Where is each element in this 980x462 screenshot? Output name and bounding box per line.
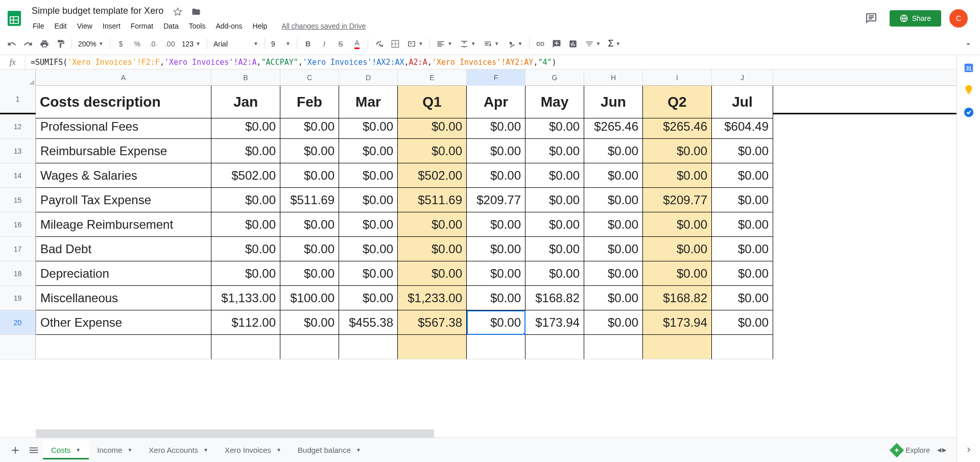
data-cell[interactable]: $0.00 bbox=[643, 212, 712, 237]
merge-button[interactable]: ▼ bbox=[404, 36, 426, 52]
sheet-nav-arrows[interactable]: ◀▶ bbox=[937, 447, 946, 453]
italic-button[interactable]: I bbox=[317, 36, 332, 52]
chart-button[interactable] bbox=[565, 36, 581, 52]
data-cell[interactable]: $0.00 bbox=[467, 163, 525, 188]
select-all-corner[interactable] bbox=[0, 69, 36, 86]
horizontal-scrollbar[interactable] bbox=[36, 429, 434, 437]
account-avatar[interactable]: C bbox=[949, 9, 968, 28]
data-cell[interactable]: $511.69 bbox=[280, 188, 339, 212]
col-header-C[interactable]: C bbox=[280, 69, 339, 86]
insert-comment-button[interactable] bbox=[549, 36, 564, 52]
menu-add-ons[interactable]: Add-ons bbox=[211, 20, 246, 32]
data-cell[interactable]: $0.00 bbox=[584, 261, 643, 286]
comments-button[interactable] bbox=[861, 8, 881, 29]
data-cell[interactable]: $173.94 bbox=[643, 310, 712, 335]
col-header-B[interactable]: B bbox=[211, 69, 280, 86]
row-header-16[interactable]: 16 bbox=[0, 212, 36, 237]
text-color-button[interactable]: A bbox=[349, 36, 365, 52]
data-cell[interactable]: Depreciation bbox=[36, 261, 211, 286]
move-button[interactable] bbox=[189, 5, 203, 19]
data-cell[interactable]: $0.00 bbox=[280, 139, 339, 163]
header-cell[interactable]: Q1 bbox=[398, 86, 467, 118]
data-cell[interactable]: $0.00 bbox=[467, 310, 525, 335]
keep-addon[interactable] bbox=[963, 84, 975, 96]
col-header-H[interactable]: H bbox=[584, 69, 643, 86]
data-cell[interactable]: $0.00 bbox=[339, 212, 398, 237]
menu-data[interactable]: Data bbox=[159, 20, 183, 32]
data-cell[interactable]: $0.00 bbox=[467, 139, 525, 163]
row-header-15[interactable]: 15 bbox=[0, 188, 36, 212]
add-sheet-button[interactable] bbox=[6, 441, 25, 459]
data-cell[interactable]: $0.00 bbox=[584, 212, 643, 237]
data-cell[interactable]: $0.00 bbox=[467, 261, 525, 286]
data-cell[interactable]: $0.00 bbox=[211, 237, 280, 261]
data-cell[interactable]: $0.00 bbox=[339, 286, 398, 310]
data-cell[interactable]: $502.00 bbox=[398, 163, 467, 188]
fill-color-button[interactable] bbox=[371, 36, 387, 52]
header-cell[interactable]: Jun bbox=[584, 86, 643, 118]
data-cell[interactable]: $0.00 bbox=[525, 237, 584, 261]
borders-button[interactable] bbox=[388, 36, 403, 52]
header-cell[interactable]: May bbox=[525, 86, 584, 118]
bold-button[interactable]: B bbox=[300, 36, 316, 52]
data-cell[interactable]: $455.38 bbox=[339, 310, 398, 335]
data-cell[interactable]: $0.00 bbox=[211, 139, 280, 163]
currency-button[interactable]: $ bbox=[113, 36, 129, 52]
data-cell[interactable] bbox=[712, 335, 773, 359]
sheet-tab-xero-accounts[interactable]: Xero Accounts▼ bbox=[140, 441, 217, 459]
row-header-13[interactable]: 13 bbox=[0, 139, 36, 163]
data-cell[interactable]: $0.00 bbox=[712, 188, 773, 212]
row-header-14[interactable]: 14 bbox=[0, 163, 36, 188]
sheet-tab-income[interactable]: Income▼ bbox=[89, 441, 140, 459]
data-cell[interactable]: $0.00 bbox=[584, 163, 643, 188]
data-cell[interactable]: $502.00 bbox=[211, 163, 280, 188]
data-cell[interactable] bbox=[36, 335, 211, 359]
data-cell[interactable]: $168.82 bbox=[525, 286, 584, 310]
col-header-I[interactable]: I bbox=[643, 69, 712, 86]
data-cell[interactable]: $567.38 bbox=[398, 310, 467, 335]
tasks-addon[interactable] bbox=[963, 106, 975, 118]
star-button[interactable] bbox=[171, 5, 185, 19]
data-cell[interactable]: $0.00 bbox=[643, 261, 712, 286]
data-cell[interactable]: $0.00 bbox=[525, 139, 584, 163]
data-cell[interactable] bbox=[467, 335, 525, 359]
row-header-18[interactable]: 18 bbox=[0, 261, 36, 286]
data-cell[interactable]: $0.00 bbox=[643, 139, 712, 163]
functions-button[interactable]: Σ▼ bbox=[605, 36, 624, 52]
data-cell[interactable]: $0.00 bbox=[467, 212, 525, 237]
data-cell[interactable]: $0.00 bbox=[467, 286, 525, 310]
data-cell[interactable]: $0.00 bbox=[398, 139, 467, 163]
data-cell[interactable]: $0.00 bbox=[339, 188, 398, 212]
print-button[interactable] bbox=[37, 36, 52, 52]
data-cell[interactable]: Reimbursable Expense bbox=[36, 139, 211, 163]
data-cell[interactable]: $0.00 bbox=[211, 188, 280, 212]
data-cell[interactable]: $1,133.00 bbox=[211, 286, 280, 310]
menu-help[interactable]: Help bbox=[249, 20, 272, 32]
sheets-logo[interactable] bbox=[4, 8, 25, 29]
row-header-12[interactable]: 12 bbox=[0, 114, 36, 139]
data-cell[interactable]: Other Expense bbox=[36, 310, 211, 335]
link-button[interactable] bbox=[533, 36, 548, 52]
col-header-J[interactable]: J bbox=[712, 69, 773, 86]
font-size-select[interactable]: 9▼ bbox=[268, 36, 294, 52]
menu-edit[interactable]: Edit bbox=[51, 20, 71, 32]
col-header-E[interactable]: E bbox=[398, 69, 467, 86]
data-cell[interactable]: $1,233.00 bbox=[398, 286, 467, 310]
row-header-1[interactable]: 1 bbox=[0, 86, 36, 113]
data-cell[interactable] bbox=[211, 335, 280, 359]
data-cell[interactable]: $0.00 bbox=[712, 212, 773, 237]
data-cell[interactable]: $0.00 bbox=[712, 310, 773, 335]
data-cell[interactable]: $0.00 bbox=[712, 139, 773, 163]
fx-label[interactable]: fx bbox=[0, 55, 26, 69]
data-cell[interactable]: $0.00 bbox=[584, 237, 643, 261]
valign-button[interactable]: ▼ bbox=[457, 36, 479, 52]
data-cell[interactable]: $112.00 bbox=[211, 310, 280, 335]
col-header-F[interactable]: F bbox=[467, 69, 525, 86]
data-cell[interactable]: $173.94 bbox=[525, 310, 584, 335]
data-cell[interactable]: $0.00 bbox=[712, 163, 773, 188]
data-cell[interactable]: $209.77 bbox=[467, 188, 525, 212]
data-cell[interactable]: $0.00 bbox=[280, 261, 339, 286]
data-cell[interactable] bbox=[339, 335, 398, 359]
col-header-D[interactable]: D bbox=[339, 69, 398, 86]
percent-button[interactable]: % bbox=[130, 36, 145, 52]
